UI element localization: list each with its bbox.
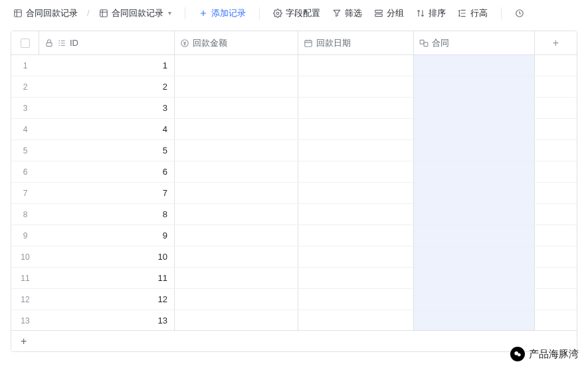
svg-point-2 xyxy=(276,12,279,15)
breadcrumb-root[interactable]: 合同回款记录 xyxy=(9,5,82,22)
wechat-icon xyxy=(510,347,525,361)
svg-rect-8 xyxy=(305,40,312,46)
column-header-id[interactable]: ID xyxy=(39,31,175,54)
cell-date[interactable] xyxy=(298,246,414,267)
add-row-button[interactable]: + xyxy=(11,331,577,351)
cell-amount[interactable] xyxy=(175,98,298,118)
cell-date[interactable] xyxy=(298,268,414,288)
cell-contract[interactable] xyxy=(414,310,535,330)
cell-id[interactable]: 8 xyxy=(39,204,175,225)
cell-id[interactable]: 12 xyxy=(39,289,175,310)
cell-amount[interactable] xyxy=(175,119,298,139)
cell-empty xyxy=(535,76,577,97)
table-row[interactable]: 55 xyxy=(11,140,577,161)
table-row[interactable]: 22 xyxy=(11,76,577,98)
cell-date[interactable] xyxy=(298,225,414,246)
cell-amount[interactable] xyxy=(175,310,298,330)
cell-amount[interactable] xyxy=(175,140,298,161)
cell-date[interactable] xyxy=(298,161,414,182)
table-row[interactable]: 1313 xyxy=(11,310,577,330)
cell-contract[interactable] xyxy=(414,204,535,225)
cell-amount[interactable] xyxy=(175,246,298,267)
select-all-checkbox[interactable] xyxy=(21,39,30,48)
cell-date[interactable] xyxy=(298,76,414,97)
cell-contract[interactable] xyxy=(414,140,535,161)
cell-id[interactable]: 4 xyxy=(39,119,175,139)
watermark-text: 产品海豚湾 xyxy=(529,348,579,361)
grid-view-icon xyxy=(99,9,108,18)
more-button[interactable] xyxy=(511,6,528,21)
table-row[interactable]: 1212 xyxy=(11,289,577,310)
field-config-button[interactable]: 字段配置 xyxy=(269,5,324,22)
cell-date[interactable] xyxy=(298,140,414,161)
cell-id[interactable]: 7 xyxy=(39,183,175,203)
cell-amount[interactable] xyxy=(175,225,298,246)
table-row[interactable]: 44 xyxy=(11,119,577,140)
cell-date[interactable] xyxy=(298,98,414,118)
cell-amount[interactable] xyxy=(175,183,298,203)
cell-id[interactable]: 3 xyxy=(39,98,175,118)
cell-id[interactable]: 1 xyxy=(39,55,175,76)
add-column-button[interactable]: + xyxy=(535,31,577,54)
table-row[interactable]: 33 xyxy=(11,98,577,119)
filter-label: 筛选 xyxy=(345,7,362,19)
table-row[interactable]: 88 xyxy=(11,204,577,225)
cell-amount[interactable] xyxy=(175,76,298,97)
sort-button[interactable]: 排序 xyxy=(412,5,450,22)
cell-empty xyxy=(535,246,577,267)
table-row[interactable]: 99 xyxy=(11,225,577,246)
cell-id[interactable]: 11 xyxy=(39,268,175,288)
cell-amount[interactable] xyxy=(175,161,298,182)
cell-amount[interactable] xyxy=(175,268,298,288)
cell-id[interactable]: 13 xyxy=(39,310,175,330)
cell-id[interactable]: 6 xyxy=(39,161,175,182)
plus-icon xyxy=(199,9,208,18)
cell-amount[interactable] xyxy=(175,289,298,310)
cell-date[interactable] xyxy=(298,310,414,330)
row-number: 7 xyxy=(11,183,39,203)
row-height-icon xyxy=(458,9,467,18)
cell-contract[interactable] xyxy=(414,225,535,246)
cell-contract[interactable] xyxy=(414,268,535,288)
breadcrumb-root-label: 合同回款记录 xyxy=(26,7,78,19)
cell-id[interactable]: 2 xyxy=(39,76,175,97)
cell-date[interactable] xyxy=(298,289,414,310)
table-row[interactable]: 1111 xyxy=(11,268,577,289)
cell-contract[interactable] xyxy=(414,289,535,310)
svg-rect-4 xyxy=(375,14,382,17)
cell-empty xyxy=(535,119,577,139)
cell-amount[interactable] xyxy=(175,55,298,76)
cell-contract[interactable] xyxy=(414,161,535,182)
cell-contract[interactable] xyxy=(414,98,535,118)
table-row[interactable]: 11 xyxy=(11,55,577,76)
breadcrumb-view[interactable]: 合同回款记录 ▾ xyxy=(95,5,175,22)
cell-date[interactable] xyxy=(298,55,414,76)
column-header-contract[interactable]: 合同 xyxy=(414,31,535,54)
cell-date[interactable] xyxy=(298,183,414,203)
column-header-amount[interactable]: 回款金额 xyxy=(175,31,298,54)
cell-contract[interactable] xyxy=(414,55,535,76)
cell-amount[interactable] xyxy=(175,204,298,225)
cell-contract[interactable] xyxy=(414,246,535,267)
group-button[interactable]: 分组 xyxy=(370,5,408,22)
table-row[interactable]: 1010 xyxy=(11,246,577,268)
gear-icon xyxy=(273,9,282,18)
cell-contract[interactable] xyxy=(414,76,535,97)
cell-id[interactable]: 10 xyxy=(39,246,175,267)
column-header-date[interactable]: 回款日期 xyxy=(298,31,414,54)
cell-date[interactable] xyxy=(298,119,414,139)
select-all-cell[interactable] xyxy=(11,31,39,54)
cell-empty xyxy=(535,161,577,182)
row-height-button[interactable]: 行高 xyxy=(454,5,492,22)
table-row[interactable]: 66 xyxy=(11,161,577,183)
cell-contract[interactable] xyxy=(414,119,535,139)
breadcrumb-view-label: 合同回款记录 xyxy=(112,7,163,19)
cell-contract[interactable] xyxy=(414,183,535,203)
cell-id[interactable]: 5 xyxy=(39,140,175,161)
filter-button[interactable]: 筛选 xyxy=(328,5,366,22)
cell-id[interactable]: 9 xyxy=(39,225,175,246)
sort-label: 排序 xyxy=(429,7,446,19)
add-record-button[interactable]: 添加记录 xyxy=(195,5,250,22)
table-row[interactable]: 77 xyxy=(11,183,577,204)
cell-date[interactable] xyxy=(298,204,414,225)
